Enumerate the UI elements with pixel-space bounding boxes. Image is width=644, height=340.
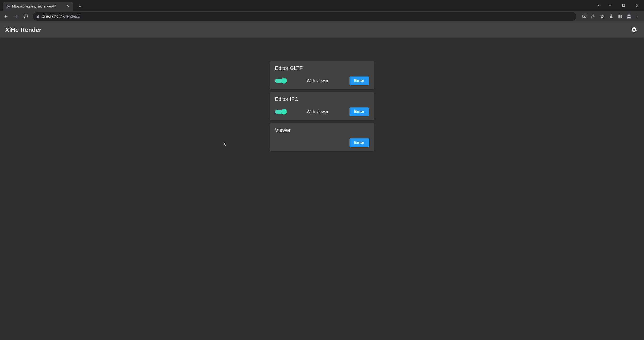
window-close-button[interactable] bbox=[630, 1, 644, 10]
with-viewer-toggle[interactable] bbox=[275, 110, 286, 114]
page-viewport: XiHe Render Editor GLTF With viewer Ente… bbox=[0, 22, 644, 340]
main-content: Editor GLTF With viewer Enter Editor IFC… bbox=[0, 38, 644, 340]
svg-point-10 bbox=[638, 17, 638, 18]
window-minimize-button[interactable] bbox=[603, 1, 617, 10]
tab-search-button[interactable] bbox=[593, 1, 603, 10]
with-viewer-label: With viewer bbox=[307, 78, 328, 83]
url-text: xihe.jixing.ink/render/#/ bbox=[42, 14, 80, 18]
enter-button[interactable]: Enter bbox=[350, 138, 369, 147]
browser-toolbar: xihe.jixing.ink/render/#/ bbox=[0, 11, 644, 22]
nav-back-button[interactable] bbox=[2, 12, 10, 21]
enter-button[interactable]: Enter bbox=[350, 76, 369, 85]
tab-close-icon[interactable] bbox=[66, 4, 70, 8]
toolbar-actions bbox=[580, 12, 642, 21]
card-editor-ifc: Editor IFC With viewer Enter bbox=[270, 92, 374, 120]
lock-icon bbox=[36, 14, 40, 18]
bookmark-star-icon[interactable] bbox=[598, 12, 606, 21]
tab-title: https://xihe.jixing.ink/render/#/ bbox=[12, 4, 64, 8]
enter-button[interactable]: Enter bbox=[350, 108, 369, 116]
settings-button[interactable] bbox=[630, 25, 639, 34]
side-panel-icon[interactable] bbox=[616, 12, 624, 21]
svg-point-0 bbox=[7, 6, 8, 7]
share-icon[interactable] bbox=[589, 12, 598, 21]
new-tab-button[interactable] bbox=[76, 3, 84, 10]
app-bar: XiHe Render bbox=[0, 22, 644, 38]
with-viewer-toggle[interactable] bbox=[275, 78, 286, 83]
card-editor-gltf: Editor GLTF With viewer Enter bbox=[270, 61, 374, 89]
svg-point-7 bbox=[628, 15, 630, 16]
nav-reload-button[interactable] bbox=[22, 12, 30, 21]
window-maximize-button[interactable] bbox=[617, 1, 630, 10]
card-stack: Editor GLTF With viewer Enter Editor IFC… bbox=[270, 61, 374, 151]
address-bar[interactable]: xihe.jixing.ink/render/#/ bbox=[33, 12, 576, 21]
card-title: Editor GLTF bbox=[275, 65, 369, 71]
nav-forward-button[interactable] bbox=[12, 12, 20, 21]
profile-avatar-icon[interactable] bbox=[625, 12, 633, 21]
with-viewer-label: With viewer bbox=[307, 109, 328, 114]
browser-titlebar: https://xihe.jixing.ink/render/#/ bbox=[0, 0, 644, 11]
card-viewer: Viewer Enter bbox=[270, 123, 374, 151]
svg-rect-4 bbox=[623, 4, 625, 6]
labs-flask-icon[interactable] bbox=[607, 12, 615, 21]
install-app-icon[interactable] bbox=[580, 12, 588, 21]
browser-menu-icon[interactable] bbox=[634, 12, 642, 21]
card-title: Editor IFC bbox=[275, 96, 369, 102]
svg-point-8 bbox=[638, 15, 638, 16]
url-host: xihe.jixing.ink bbox=[42, 14, 64, 18]
window-controls bbox=[593, 0, 644, 11]
gear-icon bbox=[631, 27, 637, 33]
svg-point-9 bbox=[638, 16, 638, 17]
app-title: XiHe Render bbox=[5, 26, 42, 34]
url-path: /render/#/ bbox=[64, 14, 80, 18]
card-title: Viewer bbox=[275, 127, 369, 133]
browser-tab-active[interactable]: https://xihe.jixing.ink/render/#/ bbox=[3, 2, 73, 11]
tab-favicon-icon bbox=[6, 4, 10, 8]
